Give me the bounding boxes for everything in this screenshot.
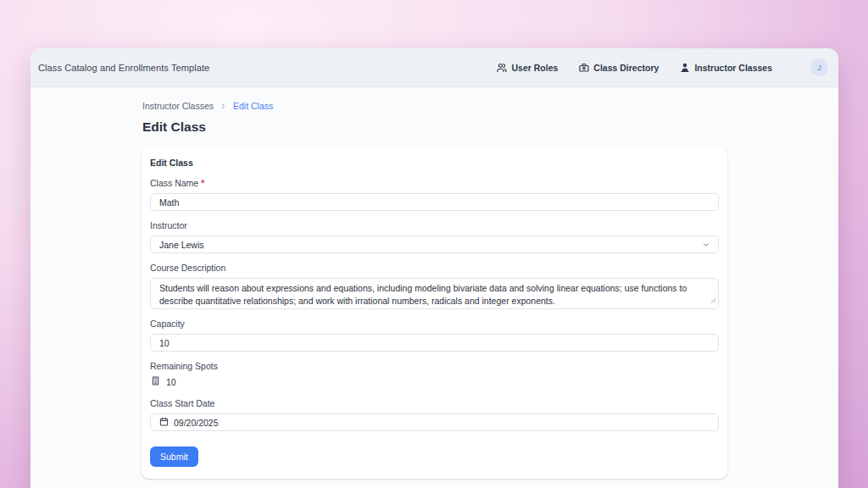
page-title: Edit Class [142, 119, 727, 135]
class-name-label: Class Name * [150, 178, 719, 188]
user-avatar[interactable]: J [810, 58, 828, 76]
class-start-date-input[interactable]: 09/20/2025 [150, 413, 719, 431]
capacity-input[interactable] [150, 334, 719, 352]
nav-item-user-roles[interactable]: User Roles [497, 63, 558, 73]
class-directory-icon [579, 63, 589, 73]
app-header: Class Catalog and Enrollments Template U… [31, 48, 838, 87]
class-start-date-label: Class Start Date [150, 398, 719, 408]
nav-label: User Roles [511, 63, 558, 73]
required-asterisk: * [201, 178, 204, 188]
nav-label: Instructor Classes [694, 63, 772, 73]
remaining-spots-value: 10 [166, 377, 176, 387]
breadcrumb-current[interactable]: Edit Class [233, 101, 273, 111]
course-description-label: Course Description [150, 263, 719, 273]
breadcrumb-parent-link[interactable]: Instructor Classes [142, 101, 214, 111]
main-content: Instructor Classes Edit Class Edit Class… [31, 87, 838, 479]
breadcrumb: Instructor Classes Edit Class [142, 101, 727, 111]
capacity-label: Capacity [150, 319, 719, 329]
class-start-date-value: 09/20/2025 [174, 418, 219, 428]
remaining-spots-value-row: 10 [150, 375, 719, 389]
instructor-label: Instructor [150, 220, 719, 230]
app-window: Class Catalog and Enrollments Template U… [31, 48, 838, 488]
instructor-icon [680, 63, 690, 73]
instructor-selected-value: Jane Lewis [159, 240, 204, 250]
chevron-right-icon [220, 103, 227, 110]
nav-item-class-directory[interactable]: Class Directory [579, 63, 659, 73]
field-capacity: Capacity [150, 319, 719, 352]
users-icon [497, 63, 507, 73]
field-course-description: Course Description Students will reason … [150, 263, 719, 309]
field-instructor: Instructor Jane Lewis [150, 220, 719, 253]
remaining-spots-label: Remaining Spots [150, 361, 719, 371]
course-description-textarea[interactable]: Students will reason about expressions a… [150, 278, 719, 309]
field-remaining-spots: Remaining Spots 10 [150, 361, 719, 389]
calculator-icon [151, 376, 160, 387]
field-class-start-date: Class Start Date 09/20/2025 [150, 398, 719, 431]
nav-item-instructor-classes[interactable]: Instructor Classes [680, 63, 772, 73]
instructor-select[interactable]: Jane Lewis [150, 236, 719, 253]
chevron-down-icon [702, 241, 710, 249]
class-name-input[interactable] [150, 193, 719, 211]
field-class-name: Class Name * [150, 178, 719, 211]
edit-class-card: Edit Class Class Name * Instructor Jane … [142, 147, 727, 479]
app-title: Class Catalog and Enrollments Template [38, 63, 209, 73]
card-heading: Edit Class [150, 158, 719, 168]
submit-button[interactable]: Submit [150, 446, 198, 467]
calendar-icon [159, 417, 169, 428]
top-nav: User Roles Class Directory Instructor Cl… [497, 58, 828, 76]
nav-label: Class Directory [593, 63, 659, 73]
